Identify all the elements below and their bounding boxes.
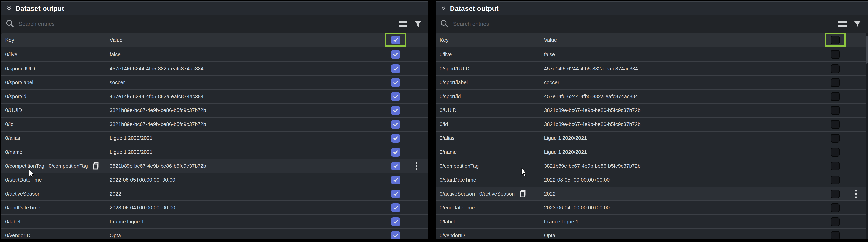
row-checkbox[interactable]: [391, 78, 400, 87]
row-checkbox[interactable]: [831, 217, 840, 226]
search-input[interactable]: [18, 21, 248, 27]
row-key: 0/sport/id: [5, 93, 27, 100]
table-row[interactable]: 0/id 3821b89e-bc67-4e9b-be86-b5fc9c37b72…: [1, 117, 428, 131]
key-cell: 0/alias: [1, 135, 105, 141]
row-checkbox[interactable]: [391, 120, 400, 129]
table-row[interactable]: 0/activeSeason 0/activeSeason 2022: [436, 186, 868, 201]
search-field[interactable]: [440, 16, 682, 32]
row-key: 0/label: [440, 218, 455, 225]
row-checkbox[interactable]: [831, 176, 840, 184]
row-checkbox[interactable]: [831, 64, 840, 73]
row-checkbox[interactable]: [391, 106, 400, 115]
row-checkbox[interactable]: [391, 203, 400, 212]
row-checkbox[interactable]: [391, 50, 400, 59]
table-view-icon[interactable]: [838, 21, 847, 28]
row-checkbox[interactable]: [831, 203, 840, 212]
row-checkbox[interactable]: [831, 189, 840, 198]
table-row[interactable]: 0/sport/UUID 457e14f6-6244-4fb5-882a-eaf…: [1, 61, 428, 75]
vertical-scrollbar[interactable]: [866, 33, 868, 239]
table-row[interactable]: 0/alias Ligue 1 2020/2021: [1, 131, 428, 145]
row-checkbox[interactable]: [831, 120, 840, 129]
row-value: 3821b89e-bc67-4e9b-be86-b5fc9c37b72b: [540, 107, 826, 113]
key-cell: 0/sport/label: [436, 79, 540, 85]
table-row[interactable]: 0/label France Ligue 1: [436, 214, 868, 228]
row-key-hover-duplicate: 0/activeSeason: [479, 191, 515, 197]
key-cell: 0/endDateTime: [1, 205, 105, 211]
search-input[interactable]: [453, 21, 682, 27]
key-cell: 0/sport/UUID: [436, 66, 540, 72]
table-row[interactable]: 0/competitionTag 0/competitionTag 3821b8…: [1, 159, 428, 173]
row-checkbox[interactable]: [831, 162, 840, 170]
table-row[interactable]: 0/name Ligue 1 2020/2021: [436, 145, 868, 159]
table-row[interactable]: 0/live false: [1, 47, 428, 61]
row-checkbox[interactable]: [831, 92, 840, 101]
table-row[interactable]: 0/sport/label soccer: [1, 75, 428, 89]
table-row[interactable]: 0/sport/label soccer: [436, 75, 868, 89]
scrollbar-thumb[interactable]: [866, 36, 868, 64]
collapse-chevron-double-down-icon[interactable]: [440, 5, 446, 11]
row-checkbox[interactable]: [831, 106, 840, 115]
row-key: 0/id: [5, 121, 13, 127]
table-row[interactable]: 0/endDateTime 2023-06-04T00:00:00+00:00: [436, 201, 868, 214]
search-field[interactable]: [6, 16, 248, 32]
table-row[interactable]: 0/id 3821b89e-bc67-4e9b-be86-b5fc9c37b72…: [436, 117, 868, 131]
table-row[interactable]: 0/endDateTime 2023-06-04T00:00:00+00:00: [1, 201, 428, 214]
key-cell: 0/sport/id: [436, 93, 540, 100]
table-row[interactable]: 0/vendorID Opta: [1, 228, 428, 239]
table-row[interactable]: 0/sport/id 457e14f6-6244-4fb5-882a-eafc8…: [1, 89, 428, 103]
table-row[interactable]: 0/vendorID Opta: [436, 228, 868, 239]
table-row[interactable]: 0/sport/id 457e14f6-6244-4fb5-882a-eafc8…: [436, 89, 868, 103]
table-row[interactable]: 0/live false: [436, 47, 868, 61]
row-key: 0/vendorID: [440, 233, 465, 239]
row-checkbox[interactable]: [391, 231, 400, 239]
row-checkbox[interactable]: [391, 189, 400, 198]
table-row[interactable]: 0/UUID 3821b89e-bc67-4e9b-be86-b5fc9c37b…: [436, 103, 868, 117]
table-row[interactable]: 0/alias Ligue 1 2020/2021: [436, 131, 868, 145]
row-checkbox[interactable]: [391, 217, 400, 226]
collapse-chevron-double-down-icon[interactable]: [6, 5, 12, 11]
key-cell: 0/competitionTag: [436, 163, 540, 169]
row-value: 457e14f6-6244-4fb5-882a-eafc874ac384: [105, 66, 387, 72]
table-body: 0/live false 0/sport/UUID 457e14f6-6244-…: [436, 47, 868, 239]
row-value: Ligue 1 2020/2021: [105, 135, 387, 141]
row-checkbox[interactable]: [391, 176, 400, 184]
table-row[interactable]: 0/startDateTime 2022-08-05T00:00:00+00:0…: [1, 173, 428, 186]
key-cell: 0/startDateTime: [1, 177, 105, 183]
row-checkbox[interactable]: [831, 50, 840, 59]
dataset-output-panel-left: Dataset output Key Value: [1, 1, 428, 239]
filter-icon[interactable]: [854, 21, 861, 28]
row-checkbox[interactable]: [831, 148, 840, 157]
row-key: 0/sport/id: [440, 93, 461, 100]
filter-icon[interactable]: [414, 21, 422, 28]
table-view-icon[interactable]: [399, 21, 408, 28]
kebab-menu-icon[interactable]: [414, 161, 419, 172]
column-header-value: Value: [544, 37, 557, 43]
table-row[interactable]: 0/UUID 3821b89e-bc67-4e9b-be86-b5fc9c37b…: [1, 103, 428, 117]
row-checkbox[interactable]: [391, 64, 400, 73]
table-row[interactable]: 0/sport/UUID 457e14f6-6244-4fb5-882a-eaf…: [436, 61, 868, 75]
table-row[interactable]: 0/startDateTime 2022-08-05T00:00:00+00:0…: [436, 173, 868, 186]
dataset-output-panel-right: Dataset output Key Value: [436, 1, 868, 239]
table-row[interactable]: 0/name Ligue 1 2020/2021: [1, 145, 428, 159]
row-checkbox[interactable]: [831, 78, 840, 87]
row-value: Ligue 1 2020/2021: [105, 149, 387, 155]
table-row[interactable]: 0/label France Ligue 1: [1, 214, 428, 228]
select-all-checkbox[interactable]: [391, 36, 400, 44]
row-checkbox[interactable]: [391, 134, 400, 143]
key-cell: 0/name: [436, 149, 540, 155]
row-checkbox[interactable]: [391, 148, 400, 157]
row-checkbox[interactable]: [831, 134, 840, 143]
kebab-menu-icon[interactable]: [854, 188, 858, 200]
table-row[interactable]: 0/competitionTag 3821b89e-bc67-4e9b-be86…: [436, 159, 868, 173]
row-checkbox[interactable]: [831, 231, 840, 239]
select-all-checkbox[interactable]: [831, 36, 840, 44]
row-key: 0/name: [5, 149, 23, 155]
key-cell: 0/competitionTag 0/competitionTag: [1, 162, 105, 171]
copy-icon[interactable]: [519, 189, 527, 199]
row-checkbox[interactable]: [391, 162, 400, 170]
row-checkbox[interactable]: [391, 92, 400, 101]
row-value: 2022-08-05T00:00:00+00:00: [540, 177, 826, 183]
copy-icon[interactable]: [92, 162, 100, 171]
table-row[interactable]: 0/activeSeason 2022: [1, 186, 428, 201]
row-key: 0/sport/UUID: [440, 66, 469, 72]
